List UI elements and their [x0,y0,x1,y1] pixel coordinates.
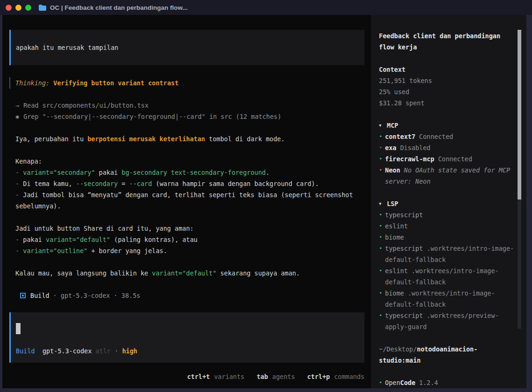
thinking-title: Verifying button variant contrast [53,79,178,87]
list-item: - variant="secondary" pakai bg-secondary… [15,167,364,178]
status-dot-connected-icon: • [379,310,385,332]
workdir-prefix: ~/Desktop/ [379,345,417,353]
zoom-window-button[interactable] [25,5,31,11]
response-status: Build · gpt-5.3-codex · 38.5s [20,290,364,301]
close-window-button[interactable] [6,5,12,11]
thinking-label: Thinking: [15,79,49,87]
answer-share: Jadi untuk button Share di card itu, yan… [15,223,364,256]
status-dot-connected-icon: • [379,131,385,142]
tool-call-grep: ✱ Grep "--secondary|--secondary-foregrou… [15,111,364,122]
list-item: - Di tema kamu, --secondary = --card (wa… [15,178,364,189]
status-dot-disabled-icon: • [379,142,385,153]
tool-call-read: → Read src/components/ui/button.tsx [15,100,364,111]
status-dot-connected-icon: • [379,220,385,232]
mcp-item: • firecrawl-mcpConnected [379,153,516,165]
titlebar[interactable]: OC | Feedback client dan perbandingan fl… [0,0,532,15]
user-message-text: apakah itu merusak tampilan [16,42,355,53]
shortcut-commands: ctrl+p commands [307,371,364,382]
list-item: - pakai variant="default" (paling kontra… [15,234,364,245]
tool-calls: → Read src/components/ui/button.tsx ✱ Gr… [15,100,364,122]
lsp-item: • biome [379,232,516,243]
response-status-text: Build · gpt-5.3-codex · 38.5s [30,290,140,301]
lsp-item: • biome.worktrees/intro-image-default-fa… [379,288,516,310]
context-section: Context 251,951 tokens 25% used $31.28 s… [379,64,516,109]
lsp-section-toggle[interactable]: ▼ LSP [379,198,516,209]
minimize-window-button[interactable] [15,5,21,11]
arrow-right-icon: → [15,100,19,111]
tool-call-read-text: Read src/components/ui/button.tsx [23,100,148,111]
mcp-item: • NeonNo OAuth state saved for MCP serve… [379,165,516,187]
mcp-section: ▼ MCP • context7Connected • exaDisabled … [379,120,516,187]
thinking-block: Thinking: Verifying button variant contr… [9,77,364,89]
share-header: Jadi untuk button Share di card itu, yan… [15,223,364,234]
list-item: - Jadi tombol bisa “menyatu” dengan card… [15,189,364,212]
user-message: apakah itu merusak tampilan [9,30,364,65]
session-title: Feedback client dan perbandingan flow ke… [379,30,516,53]
chat-panel: apakah itu merusak tampilan Thinking: Ve… [2,15,371,388]
status-dot-connected-icon: • [379,377,385,388]
window-title: OC | Feedback client dan perbandingan fl… [50,4,188,11]
lsp-item: • eslint [379,220,516,232]
kenapa-header: Kenapa: [15,156,364,167]
sidebar-scrollbar-track [518,30,521,329]
status-dot-error-icon: • [379,165,385,187]
text-cursor [16,323,21,334]
lsp-section: ▼ LSP • typescript • eslint • biome • [379,198,516,332]
status-dot-connected-icon: • [379,153,385,165]
shortcut-bar: ctrl+t variants tab agents ctrl+p comman… [9,371,364,382]
tool-call-grep-text: Grep "--secondary|--secondary-foreground… [23,111,281,122]
status-dot-connected-icon: • [379,288,385,310]
answer-closing: Kalau mau, saya langsung balikin ke vari… [15,268,364,279]
traffic-lights [6,5,31,11]
context-tokens: 251,951 tokens [379,75,516,86]
mcp-section-toggle[interactable]: ▼ MCP [379,120,516,131]
opencode-window: OC | Feedback client dan perbandingan fl… [0,0,532,392]
shortcut-agents: tab agents [257,371,295,382]
input-status-bar[interactable]: Build gpt-5.3-codex atlr · high [16,345,355,357]
build-agent-icon [20,293,26,298]
shortcut-variants: ctrl+t variants [187,371,245,382]
context-spent: $31.28 spent [379,97,516,109]
folder-icon [39,5,46,11]
workdir: ~/Desktop/notodoanimacion-studio:main [379,344,516,366]
asterisk-icon: ✱ [15,111,19,122]
status-dot-connected-icon: • [379,243,385,265]
lsp-item: • typescript.worktrees/intro-image-defau… [379,243,516,265]
status-dot-connected-icon: • [379,209,385,220]
prompt-input[interactable]: Build gpt-5.3-codex atlr · high [9,312,364,363]
chevron-down-icon: ▼ [379,198,387,209]
answer-intro: Iya, perubahan itu berpotensi merusak ke… [15,133,364,144]
mcp-item: • exaDisabled [379,142,516,153]
sidebar: Feedback client dan perbandingan flow ke… [371,15,526,388]
sidebar-scrollbar-thumb[interactable] [518,30,521,199]
lsp-item: • typescript.worktrees/preview-apply-gua… [379,310,516,332]
status-dot-connected-icon: • [379,232,385,243]
context-header: Context [379,64,516,75]
answer-kenapa: Kenapa: - variant="secondary" pakai bg-s… [15,156,364,212]
status-dot-connected-icon: • [379,265,385,288]
lsp-item: • typescript [379,209,516,220]
lsp-item: • eslint.worktrees/intro-image-default-f… [379,265,516,288]
context-used: 25% used [379,86,516,97]
list-item: - variant="outline" + border yang jelas. [15,245,364,256]
chevron-down-icon: ▼ [379,120,387,131]
mcp-item: • context7Connected [379,131,516,142]
app-version-row: • OpenCode1.2.4 [379,377,516,388]
